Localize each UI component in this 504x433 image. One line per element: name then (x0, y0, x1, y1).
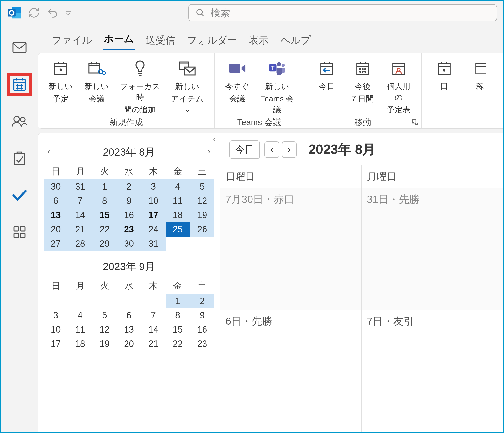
minical-day[interactable]: 6 (44, 194, 68, 208)
ribbon-tab-5[interactable]: ヘルプ (280, 31, 312, 50)
ribbon-button-2-1[interactable]: 今後7 日間 (347, 56, 378, 104)
minical-day[interactable]: 21 (68, 222, 92, 237)
minical-day[interactable]: 7 (141, 308, 166, 322)
minical-day[interactable]: 14 (141, 322, 166, 337)
minical-day[interactable]: 2 (117, 179, 141, 194)
minical-day[interactable]: 23 (117, 222, 141, 237)
minical-day[interactable]: 11 (166, 194, 190, 208)
minical-day[interactable]: 12 (190, 194, 214, 208)
ribbon-button-0-0[interactable]: 新しい予定 (45, 56, 77, 104)
minical-day[interactable]: 1 (92, 179, 117, 194)
collapse-sidebar-icon[interactable]: ‹ (213, 135, 215, 143)
minical-day[interactable]: 9 (190, 308, 214, 322)
ribbon-group-0: 新しい予定新しい会議フォーカス時間の追加新しいアイテム ⌄新規作成 (38, 53, 215, 128)
minical-day[interactable]: 6 (117, 308, 141, 322)
minical-day[interactable]: 22 (92, 222, 117, 237)
today-button[interactable]: 今日 (229, 140, 260, 159)
minical-day[interactable]: 15 (92, 208, 117, 222)
minical-day[interactable]: 17 (44, 337, 68, 351)
minical-day[interactable]: 3 (44, 308, 68, 322)
minical-day (68, 294, 92, 308)
ribbon-tab-2[interactable]: 送受信 (145, 31, 176, 50)
search-box[interactable]: 検索 (188, 4, 497, 21)
minical-prev-button[interactable]: ‹ (45, 145, 53, 157)
minical-day[interactable]: 16 (117, 208, 141, 222)
minical-next-button[interactable]: › (205, 145, 213, 157)
calendar-cell[interactable]: 7日・友引 (362, 310, 503, 432)
minical-day (92, 294, 117, 308)
minical-day[interactable]: 3 (141, 179, 166, 194)
ribbon-tab-1[interactable]: ホーム (103, 30, 135, 50)
undo-icon[interactable] (46, 6, 60, 20)
ribbon-button-0-2[interactable]: フォーカス時間の追加 (117, 56, 163, 115)
ribbon-button-1-1[interactable]: T新しいTeams 会議 (257, 56, 297, 115)
ribbon-button-2-2[interactable]: 個人用の予定表 (383, 56, 414, 115)
apprail-notes[interactable] (10, 150, 29, 167)
minical-day[interactable]: 22 (166, 337, 190, 351)
minical-day[interactable]: 29 (92, 237, 117, 251)
minical-day[interactable]: 8 (92, 194, 117, 208)
ribbon-group-label: 新規作成 (45, 115, 207, 129)
minical-day[interactable]: 7 (68, 194, 92, 208)
refresh-icon[interactable] (27, 6, 41, 20)
minical-day[interactable]: 9 (117, 194, 141, 208)
minical-day[interactable]: 24 (141, 222, 166, 237)
minical-day[interactable]: 20 (117, 337, 141, 351)
next-period-button[interactable]: › (282, 141, 297, 158)
minical-day[interactable]: 13 (117, 322, 141, 337)
minical-day[interactable]: 11 (68, 322, 92, 337)
ribbon-button-label: 会議 (229, 94, 245, 104)
ribbon-button-1-0[interactable]: 今すぐ会議 (221, 56, 253, 104)
minical-day[interactable]: 8 (166, 308, 190, 322)
minical-day[interactable]: 4 (166, 179, 190, 194)
minical-day[interactable]: 2 (190, 294, 214, 308)
ribbon-button-2-0[interactable]: 今日 (311, 56, 343, 94)
minical-day[interactable]: 10 (44, 322, 68, 337)
apprail-tasks[interactable] (10, 187, 29, 204)
minical-day[interactable]: 25 (166, 222, 190, 237)
minical-day[interactable]: 30 (44, 179, 68, 194)
minical-day[interactable]: 27 (44, 237, 68, 251)
minical-day[interactable]: 1 (166, 294, 190, 308)
minical-day[interactable]: 21 (141, 337, 166, 351)
apprail-calendar[interactable] (10, 76, 29, 93)
ribbon-button-label: 新しい (49, 81, 73, 92)
minical-day[interactable]: 18 (68, 337, 92, 351)
minical-day[interactable]: 10 (141, 194, 166, 208)
minical-day[interactable]: 26 (190, 222, 214, 237)
minical-day[interactable]: 15 (166, 322, 190, 337)
minical-day[interactable]: 31 (68, 179, 92, 194)
ribbon-button-0-3[interactable]: 新しいアイテム ⌄ (167, 56, 207, 114)
ribbon-button-3-0[interactable]: 日 (428, 56, 460, 94)
dialog-launcher-icon[interactable] (412, 119, 419, 126)
prev-period-button[interactable]: ‹ (264, 141, 279, 158)
minical-day[interactable]: 14 (68, 208, 92, 222)
apprail-more-apps[interactable] (10, 224, 29, 241)
minical-day[interactable]: 19 (92, 337, 117, 351)
calendar-cell[interactable]: 7月30日・赤口 (220, 188, 362, 310)
minical-day[interactable]: 13 (44, 208, 68, 222)
ribbon-tab-4[interactable]: 表示 (248, 31, 270, 50)
apprail-mail[interactable] (10, 39, 29, 56)
ribbon-tab-0[interactable]: ファイル (51, 31, 93, 50)
minical-day[interactable]: 4 (68, 308, 92, 322)
qat-customize-icon[interactable] (64, 9, 74, 16)
ribbon-button-0-1[interactable]: 新しい会議 (81, 56, 112, 104)
minical-day[interactable]: 5 (92, 308, 117, 322)
calendar-cell[interactable]: 6日・先勝 (220, 310, 362, 432)
ribbon-tab-3[interactable]: フォルダー (186, 31, 238, 50)
minical-day[interactable]: 31 (141, 237, 166, 251)
minical-day[interactable]: 5 (190, 179, 214, 194)
minical-day[interactable]: 18 (166, 208, 190, 222)
minical-day[interactable]: 23 (190, 337, 214, 351)
apprail-people[interactable] (10, 113, 29, 130)
calendar-cell[interactable]: 31日・先勝 (362, 188, 503, 310)
minical-day[interactable]: 20 (44, 222, 68, 237)
minical-day[interactable]: 17 (141, 208, 166, 222)
minical-day[interactable]: 28 (68, 237, 92, 251)
minical-day[interactable]: 19 (190, 208, 214, 222)
minical-day[interactable]: 30 (117, 237, 141, 251)
minical-day[interactable]: 16 (190, 322, 214, 337)
minical-day[interactable]: 12 (92, 322, 117, 337)
ribbon-button-3-1[interactable]: 稼 (464, 56, 496, 94)
